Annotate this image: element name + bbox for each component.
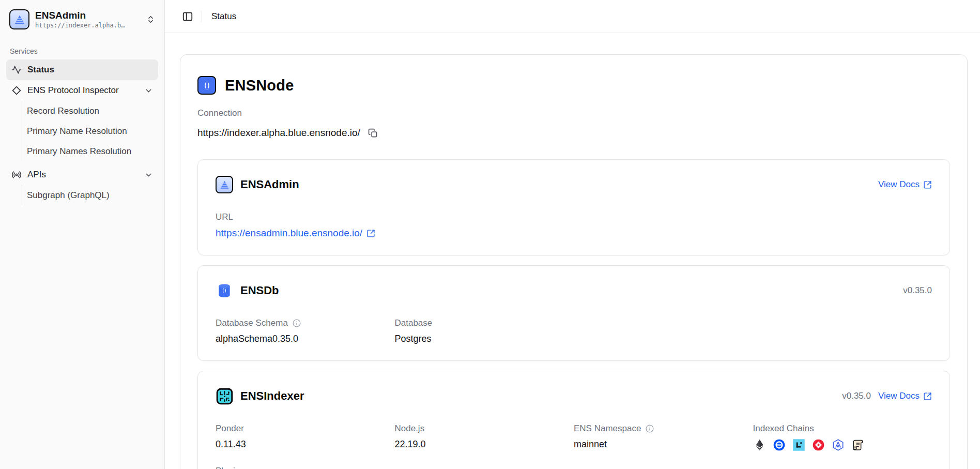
ens-diamond-icon <box>11 85 22 96</box>
sidebar: ENSAdmin https://indexer.alpha.b… Servic… <box>0 0 165 469</box>
sidebar-item-label: ENS Protocol Inspector <box>27 85 139 96</box>
database-schema-value: alphaSchema0.35.0 <box>216 334 395 344</box>
app-root: ENSAdmin https://indexer.alpha.b… Servic… <box>0 0 980 469</box>
ensdb-card: ENSDb v0.35.0 Database Schema <box>197 265 950 361</box>
ensadmin-logo-icon <box>9 9 29 29</box>
external-link-icon <box>366 229 375 238</box>
url-label: URL <box>216 212 932 222</box>
database-value: Postgres <box>395 334 574 344</box>
chevron-down-icon <box>144 171 153 179</box>
topbar-divider <box>202 11 202 22</box>
view-docs-link[interactable]: View Docs <box>878 179 932 190</box>
ethereum-chain-icon <box>753 438 766 451</box>
ens-namespace-label: ENS Namespace <box>574 423 641 434</box>
ensdb-card-icon <box>216 282 233 299</box>
optimism-chain-icon <box>812 438 825 451</box>
ensindexer-card-icon <box>216 387 233 405</box>
app-name: ENSAdmin <box>35 10 140 21</box>
ensdb-fields: Database Schema alphaSchema0.35.0 Databa… <box>216 318 932 344</box>
sidebar-item-primary-name-resolution[interactable]: Primary Name Resolution <box>22 121 158 141</box>
connection-url-short: https://indexer.alpha.b… <box>35 21 133 29</box>
page-content: ENSNode Connection https://indexer.alpha… <box>165 33 980 469</box>
ensadmin-card-header: ENSAdmin View Docs <box>216 176 932 193</box>
view-docs-label: View Docs <box>878 179 920 190</box>
view-docs-link[interactable]: View Docs <box>878 391 932 401</box>
ensadmin-url-text: https://ensadmin.blue.ensnode.io/ <box>216 228 362 239</box>
field-database: Database Postgres <box>395 318 574 344</box>
linea-chain-icon <box>792 438 805 451</box>
chevrons-up-down-icon <box>146 15 155 24</box>
field-indexed-chains: Indexed Chains <box>753 423 932 451</box>
apis-subnav: Subgraph (GraphQL) <box>22 185 158 205</box>
version-badge: v0.35.0 <box>842 391 871 401</box>
external-link-icon <box>923 180 932 189</box>
page-title: ENSNode <box>225 77 294 94</box>
database-schema-label: Database Schema <box>216 318 288 328</box>
workspace-switcher[interactable]: ENSAdmin https://indexer.alpha.b… <box>6 5 158 34</box>
main-area: Status ENSNode Connection https://indexe… <box>165 0 980 469</box>
ensdb-card-header: ENSDb v0.35.0 <box>216 282 932 299</box>
breadcrumb: Status <box>211 11 236 22</box>
inspector-subnav: Record Resolution Primary Name Resolutio… <box>22 101 158 161</box>
card-title: ENSAdmin <box>240 178 299 191</box>
nodejs-label: Node.js <box>395 423 425 434</box>
base-chain-icon <box>773 438 786 451</box>
sidebar-item-label: Status <box>27 65 54 75</box>
version-badge: v0.35.0 <box>903 285 932 296</box>
radio-icon <box>11 170 22 180</box>
view-docs-label: View Docs <box>878 391 920 401</box>
database-label: Database <box>395 318 433 328</box>
field-ens-namespace: ENS Namespace mainnet <box>574 423 753 451</box>
ensadmin-card-icon <box>216 176 233 193</box>
connection-url: https://indexer.alpha.blue.ensnode.io/ <box>197 127 360 139</box>
ensadmin-card: ENSAdmin View Docs URL https://ensadmin.… <box>197 159 950 255</box>
ponder-label: Ponder <box>216 423 244 434</box>
connection-label: Connection <box>197 108 950 118</box>
field-nodejs: Node.js 22.19.0 <box>395 423 574 451</box>
ensindexer-fields: Ponder 0.11.43 Node.js 22.19.0 ENS Names… <box>216 423 932 451</box>
plugins-label: Plugins <box>216 466 932 469</box>
card-title: ENSIndexer <box>240 389 304 403</box>
sidebar-item-ens-protocol-inspector[interactable]: ENS Protocol Inspector <box>6 80 158 101</box>
info-icon[interactable] <box>292 319 301 328</box>
indexed-chains-label: Indexed Chains <box>753 423 814 434</box>
ensnode-status-card: ENSNode Connection https://indexer.alpha… <box>180 54 968 469</box>
field-ponder: Ponder 0.11.43 <box>216 423 395 451</box>
chevron-down-icon <box>144 86 153 95</box>
ensadmin-url-link[interactable]: https://ensadmin.blue.ensnode.io/ <box>216 228 932 239</box>
scroll-chain-icon <box>851 438 864 451</box>
topbar: Status <box>165 0 980 33</box>
external-link-icon <box>923 392 932 401</box>
sidebar-item-label: APIs <box>27 170 139 180</box>
sidebar-toggle-button[interactable] <box>179 8 196 25</box>
ponder-value: 0.11.43 <box>216 439 395 450</box>
services-section-label: Services <box>10 47 158 55</box>
indexed-chains-row <box>753 438 932 451</box>
sidebar-item-primary-names-resolution[interactable]: Primary Names Resolution <box>22 141 158 161</box>
info-icon[interactable] <box>645 424 654 433</box>
copy-icon[interactable] <box>368 128 378 138</box>
ensindexer-card: ENSIndexer v0.35.0 View Docs Ponder <box>197 371 950 469</box>
ensnode-header: ENSNode <box>197 76 950 95</box>
ens-namespace-value: mainnet <box>574 439 753 450</box>
sidebar-item-apis[interactable]: APIs <box>6 164 158 185</box>
connection-row: https://indexer.alpha.blue.ensnode.io/ <box>197 127 950 139</box>
sidebar-item-status[interactable]: Status <box>6 59 158 80</box>
ensindexer-card-header: ENSIndexer v0.35.0 View Docs <box>216 387 932 405</box>
ensnode-logo-icon <box>197 76 216 95</box>
sidebar-item-subgraph-graphql[interactable]: Subgraph (GraphQL) <box>22 185 158 205</box>
sidebar-item-record-resolution[interactable]: Record Resolution <box>22 101 158 121</box>
arbitrum-chain-icon <box>832 438 845 451</box>
card-title: ENSDb <box>240 284 279 297</box>
activity-icon <box>11 65 22 75</box>
field-database-schema: Database Schema alphaSchema0.35.0 <box>216 318 395 344</box>
nodejs-value: 22.19.0 <box>395 439 574 450</box>
